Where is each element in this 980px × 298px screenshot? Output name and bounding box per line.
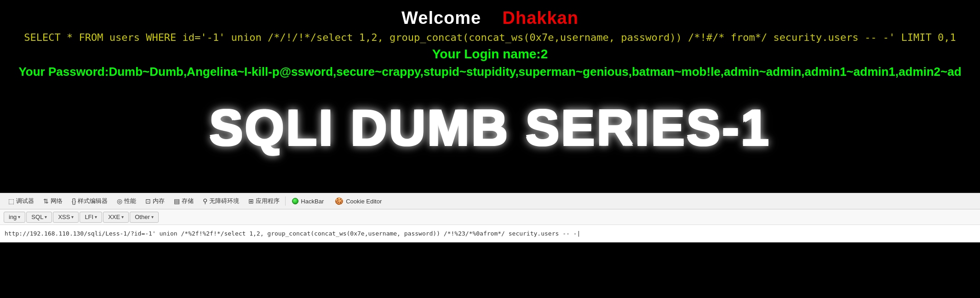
devtools-item-network[interactable]: ⇅ 网络 xyxy=(39,193,67,209)
accessibility-icon: ⚲ xyxy=(203,197,207,205)
other-label: Other xyxy=(135,214,150,220)
tool-btn-lfi[interactable]: LFI ▾ xyxy=(80,212,102,223)
url-text[interactable]: http://192.168.110.130/sqli/Less-1/?id=-… xyxy=(5,230,580,237)
inspector-icon: ⬚ xyxy=(8,197,14,205)
application-icon: ⊞ xyxy=(248,197,254,205)
sql-query-display: SELECT * FROM users WHERE id='-1' union … xyxy=(24,32,956,43)
other-chevron-icon: ▾ xyxy=(151,214,154,219)
welcome-label: Welcome xyxy=(401,8,481,28)
inspector-label: 调试器 xyxy=(16,197,34,205)
tool-btn-xxe[interactable]: XXE ▾ xyxy=(103,212,129,223)
load-label: ing xyxy=(9,214,17,220)
username-label: Dhakkan xyxy=(502,8,578,28)
toolbar-separator xyxy=(285,197,286,206)
tool-btn-sql[interactable]: SQL ▾ xyxy=(26,212,52,223)
style-editor-icon: {} xyxy=(72,197,76,205)
performance-label: 性能 xyxy=(124,197,136,205)
load-chevron-icon: ▾ xyxy=(18,214,20,219)
password-result: Your Password:Dumb~Dumb,Angelina~I-kill-… xyxy=(18,63,961,80)
hackbar-tools-row: ing ▾ SQL ▾ XSS ▾ LFI ▾ XXE ▾ Other ▾ xyxy=(0,209,980,225)
devtools-item-storage[interactable]: ▤ 存储 xyxy=(169,193,198,209)
network-icon: ⇅ xyxy=(43,197,49,205)
memory-label: 内存 xyxy=(153,197,165,205)
devtools-item-inspector[interactable]: ⬚ 调试器 xyxy=(4,193,39,209)
tool-btn-xss[interactable]: XSS ▾ xyxy=(53,212,79,223)
xss-chevron-icon: ▾ xyxy=(71,214,74,219)
devtools-item-accessibility[interactable]: ⚲ 无障碍环境 xyxy=(198,193,244,209)
xxe-label: XXE xyxy=(108,214,120,220)
hackbar-tab[interactable]: HackBar xyxy=(287,193,329,209)
url-bar: http://192.168.110.130/sqli/Less-1/?id=-… xyxy=(0,225,980,242)
logo-area: SQLI DUMB SERIES-1 xyxy=(0,94,980,161)
hackbar-dot-icon xyxy=(292,198,298,204)
performance-icon: ◎ xyxy=(117,197,122,205)
devtools-item-application[interactable]: ⊞ 应用程序 xyxy=(244,193,284,209)
xss-label: XSS xyxy=(58,214,70,220)
cookie-icon: 🍪 xyxy=(335,197,344,205)
main-content: Welcome Dhakkan SELECT * FROM users WHER… xyxy=(0,0,980,193)
sql-chevron-icon: ▾ xyxy=(45,214,47,219)
lfi-label: LFI xyxy=(85,214,93,220)
storage-label: 存储 xyxy=(182,197,194,205)
lfi-chevron-icon: ▾ xyxy=(95,214,97,219)
xxe-chevron-icon: ▾ xyxy=(121,214,124,219)
devtools-item-style-editor[interactable]: {} 样式编辑器 xyxy=(67,193,112,209)
devtools-item-performance[interactable]: ◎ 性能 xyxy=(112,193,141,209)
devtools-toolbar: ⬚ 调试器 ⇅ 网络 {} 样式编辑器 ◎ 性能 ⊡ 内存 ▤ 存储 ⚲ 无障碍… xyxy=(0,193,980,209)
accessibility-label: 无障碍环境 xyxy=(209,197,239,205)
welcome-line: Welcome Dhakkan xyxy=(401,8,579,28)
logo-text: SQLI DUMB SERIES-1 xyxy=(200,94,780,161)
storage-icon: ▤ xyxy=(174,197,180,205)
application-label: 应用程序 xyxy=(256,197,280,205)
network-label: 网络 xyxy=(51,197,63,205)
cookie-editor-tab[interactable]: 🍪 Cookie Editor xyxy=(329,193,387,209)
tool-btn-load[interactable]: ing ▾ xyxy=(4,212,25,223)
login-name-result: Your Login name:2 xyxy=(432,47,548,62)
sql-label: SQL xyxy=(31,214,43,220)
cookie-editor-label: Cookie Editor xyxy=(346,198,382,205)
hackbar-label: HackBar xyxy=(301,198,324,205)
style-editor-label: 样式编辑器 xyxy=(78,197,108,205)
memory-icon: ⊡ xyxy=(145,197,151,205)
devtools-item-memory[interactable]: ⊡ 内存 xyxy=(141,193,169,209)
tool-btn-other[interactable]: Other ▾ xyxy=(130,212,159,223)
